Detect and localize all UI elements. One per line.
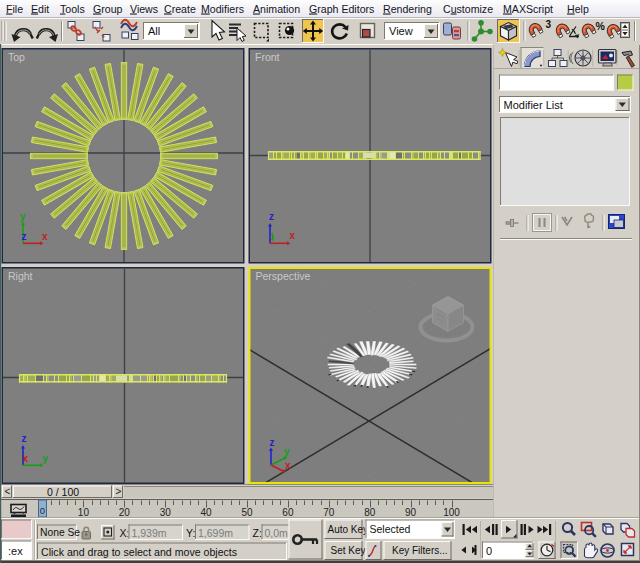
svg-text::ex: :ex <box>8 545 23 557</box>
svg-text:y: y <box>284 446 290 457</box>
svg-text:Auto Key: Auto Key <box>328 524 369 535</box>
svg-text:x: x <box>290 230 296 241</box>
svg-text:Y:: Y: <box>186 527 195 539</box>
svg-text:Help: Help <box>567 3 589 15</box>
svg-text:Z:: Z: <box>253 527 262 539</box>
svg-text:MAXScript: MAXScript <box>503 3 553 15</box>
svg-text:70: 70 <box>323 507 335 518</box>
svg-text:0: 0 <box>486 545 492 557</box>
svg-text:z: z <box>270 437 275 448</box>
svg-text:z: z <box>269 211 274 222</box>
svg-text:File: File <box>6 3 23 15</box>
svg-text:Top: Top <box>8 51 25 63</box>
svg-text:All: All <box>148 25 160 37</box>
svg-text:z: z <box>22 231 27 242</box>
svg-text:Customize: Customize <box>443 3 493 15</box>
svg-text:>: > <box>116 486 122 497</box>
svg-text:Views: Views <box>130 3 158 15</box>
svg-text:0 / 100: 0 / 100 <box>47 486 79 498</box>
svg-text:40: 40 <box>201 507 213 518</box>
svg-text:x: x <box>42 231 48 242</box>
svg-text:y: y <box>43 453 49 464</box>
svg-text:y: y <box>20 211 26 222</box>
svg-text:50: 50 <box>241 507 253 518</box>
svg-text:100: 100 <box>443 507 460 518</box>
svg-text:Rendering: Rendering <box>383 3 432 15</box>
svg-text:%: % <box>596 20 606 32</box>
svg-text:10: 10 <box>78 507 90 518</box>
svg-text:Tools: Tools <box>60 3 85 15</box>
svg-text:Right: Right <box>8 270 33 282</box>
svg-text:x: x <box>285 460 291 471</box>
svg-text:Key Filters...: Key Filters... <box>392 545 448 556</box>
svg-text:90: 90 <box>405 507 417 518</box>
svg-text:x: x <box>23 453 29 464</box>
svg-text:Front: Front <box>255 51 280 63</box>
svg-text:X:: X: <box>120 527 130 539</box>
svg-text:1,699m: 1,699m <box>198 527 233 539</box>
svg-text:0: 0 <box>40 505 45 516</box>
svg-text:z: z <box>22 433 27 444</box>
svg-text:0,0m: 0,0m <box>265 527 289 539</box>
svg-text:Modifiers: Modifiers <box>201 3 244 15</box>
svg-text:Modifier List: Modifier List <box>504 99 563 111</box>
svg-text:Create: Create <box>164 3 196 15</box>
svg-text:30: 30 <box>160 507 172 518</box>
svg-text:Set Key: Set Key <box>331 545 366 556</box>
svg-text:Animation: Animation <box>253 3 300 15</box>
svg-text:<: < <box>5 486 11 497</box>
svg-text:None Se: None Se <box>40 527 80 538</box>
svg-text:Edit: Edit <box>31 3 49 15</box>
svg-text:20: 20 <box>119 507 131 518</box>
svg-text:View: View <box>389 25 413 37</box>
svg-text:Perspective: Perspective <box>256 270 311 282</box>
svg-text:Selected: Selected <box>370 523 411 535</box>
svg-text:Group: Group <box>93 3 123 15</box>
svg-text:80: 80 <box>364 507 376 518</box>
svg-text:1,939m: 1,939m <box>132 527 167 539</box>
svg-text:Click and drag to select and m: Click and drag to select and move object… <box>41 546 237 558</box>
svg-text:60: 60 <box>282 507 294 518</box>
svg-text:Graph Editors: Graph Editors <box>309 3 374 15</box>
svg-text:3: 3 <box>546 19 552 30</box>
